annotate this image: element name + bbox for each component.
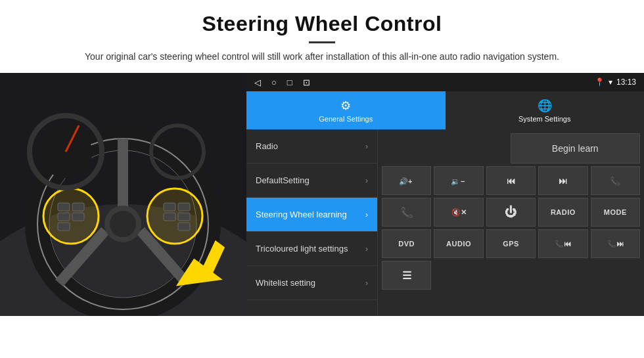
svg-rect-15 [72,213,84,221]
page-title: Steering Wheel Control [26,12,618,36]
svg-rect-17 [164,203,175,211]
mute-button[interactable]: 🔇✕ [434,198,483,227]
svg-rect-18 [164,213,175,221]
tab-bar: ⚙ General Settings 🌐 System Settings [246,91,644,129]
menu-item-steering[interactable]: Steering Wheel learning › [246,198,377,232]
gps-button[interactable]: GPS [486,229,536,258]
main-content: ◁ ○ □ ⊡ 📍 ▾ 13:13 ⚙ General Settings 🌐 S… [0,73,644,316]
location-icon: 📍 [595,78,605,87]
empty-cell [382,133,511,164]
menu-item-radio[interactable]: Radio › [246,129,377,164]
svg-rect-12 [58,213,70,221]
svg-text:🔊: 🔊 [399,177,408,186]
menu-item-tricoloured[interactable]: Tricoloured light settings › [246,232,377,266]
back-icon[interactable]: ◁ [254,78,261,87]
power-button[interactable]: ⏻ [486,198,536,227]
page-subtitle: Your original car's steering wheel contr… [26,50,618,64]
car-image-area [0,73,246,316]
audio-button[interactable]: AUDIO [434,229,483,258]
control-grid-row4: ☰ [382,261,640,290]
title-divider [309,41,335,43]
svg-rect-14 [72,203,84,211]
svg-rect-19 [178,203,190,211]
home-icon[interactable]: ○ [271,78,277,87]
call-end-button[interactable]: 📞 [382,198,431,227]
menu-item-default[interactable]: DefaultSetting › [246,164,377,198]
status-bar-info: 📍 ▾ 13:13 [595,78,636,87]
svg-rect-11 [58,203,70,211]
wifi-icon: ▾ [609,78,612,87]
screenshot-icon[interactable]: ⊡ [303,78,310,87]
system-icon: 🌐 [538,99,552,113]
svg-rect-20 [178,213,190,221]
arrow-icon: › [365,210,368,219]
tab-system[interactable]: 🌐 System Settings [446,91,645,129]
settings-gear-icon: ⚙ [340,99,351,113]
tel-next-button[interactable]: 📞⏭ [591,229,640,258]
svg-text:−: − [461,177,465,185]
svg-point-10 [43,189,99,244]
control-grid-row3: DVD AUDIO GPS 📞⏮ 📞⏭ [382,229,640,258]
control-grid-row1: 🔊+ 🔉− ⏮ ⏭ 📞 [382,166,640,195]
right-panel: Begin learn 🔊+ 🔉− ⏮ ⏭ 📞 [378,129,644,316]
vol-up-button[interactable]: 🔊+ [382,166,431,195]
svg-rect-21 [178,223,190,231]
radio-button[interactable]: RADIO [538,198,587,227]
arrow-icon: › [365,142,368,151]
arrow-icon: › [365,244,368,254]
next-track-button[interactable]: ⏭ [538,166,587,195]
menu-list: Radio › DefaultSetting › Steering Wheel … [246,129,378,316]
begin-learn-button[interactable]: Begin learn [511,133,641,164]
arrow-icon: › [365,176,368,185]
status-bar: ◁ ○ □ ⊡ 📍 ▾ 13:13 [246,73,644,91]
control-grid-row2: 📞 🔇✕ ⏻ RADIO MODE [382,198,640,227]
svg-point-9 [110,211,136,237]
mode-button[interactable]: MODE [591,198,640,227]
vol-down-button[interactable]: 🔉− [434,166,483,195]
arrow-icon: › [365,279,368,288]
tel-prev-button[interactable]: 📞⏮ [538,229,587,258]
svg-text:+: + [408,177,412,185]
status-time: 13:13 [616,78,636,87]
prev-track-button[interactable]: ⏮ [486,166,536,195]
car-image-svg [0,73,246,316]
tab-general[interactable]: ⚙ General Settings [246,91,446,129]
page-header: Steering Wheel Control Your original car… [0,0,644,70]
unit-content: Radio › DefaultSetting › Steering Wheel … [246,129,644,316]
android-unit: ◁ ○ □ ⊡ 📍 ▾ 13:13 ⚙ General Settings 🌐 S… [246,73,644,316]
menu-icon-button[interactable]: ☰ [382,261,431,290]
dvd-button[interactable]: DVD [382,229,431,258]
svg-text:🔉: 🔉 [451,177,460,186]
svg-rect-13 [58,223,70,231]
begin-learn-row: Begin learn [382,133,640,164]
status-bar-nav: ◁ ○ □ ⊡ [254,78,310,87]
phone-answer-button[interactable]: 📞 [591,166,640,195]
recent-icon[interactable]: □ [287,78,292,87]
menu-item-whitelist[interactable]: Whitelist setting › [246,266,377,300]
